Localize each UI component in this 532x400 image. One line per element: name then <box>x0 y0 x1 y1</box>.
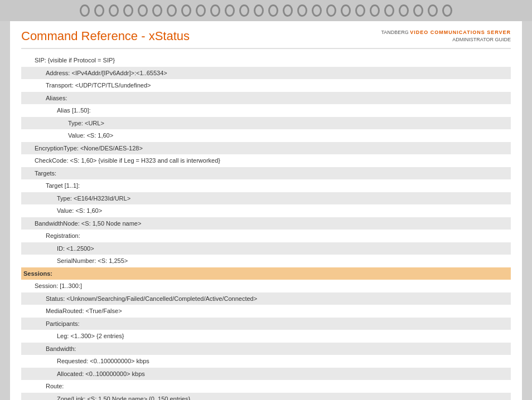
content-row: Type: <E164/H323Id/URL> <box>21 192 511 205</box>
ring <box>355 4 365 17</box>
content-row: Alias [1..50]: <box>21 105 511 116</box>
brand-highlight: VIDEO COMMUNICATIONS SERVER <box>410 30 511 35</box>
content-row: CheckCode: <S: 1,60> {visible if Leg = H… <box>21 155 511 167</box>
content-row: Zone/Link: <S: 1,50 Node name> {0..150 e… <box>21 393 511 401</box>
ring <box>254 4 264 17</box>
content-row: SerialNumber: <S: 1,255> <box>21 255 511 267</box>
ring <box>181 4 191 17</box>
ring <box>312 4 322 17</box>
content-row: Transport: <UDP/TCP/TLS/undefined> <box>21 80 511 91</box>
content-row: Targets: <box>21 167 511 180</box>
content-row: Target [1..1]: <box>21 180 511 192</box>
rings-bar <box>0 0 532 21</box>
ring <box>109 4 119 17</box>
ring <box>210 4 220 17</box>
content-row: Value: <S: 1,60> <box>21 205 511 217</box>
ring <box>196 4 206 17</box>
document-area: Command Reference - xStatus TANDBERG VID… <box>10 21 522 400</box>
brand-block: TANDBERG VIDEO COMMUNICATIONS SERVER ADM… <box>381 29 511 43</box>
brand-tandberg: TANDBERG <box>381 30 408 35</box>
content-row: Status: <Unknown/Searching/Failed/Cancel… <box>21 292 511 305</box>
content-row: Route: <box>21 381 511 392</box>
ring <box>152 4 162 17</box>
ring <box>239 4 249 17</box>
ring <box>225 4 235 17</box>
content-row: Participants: <box>21 318 511 330</box>
content-row: Session: [1..300:] <box>21 280 511 292</box>
content-row: BandwidthNode: <S: 1,50 Node name> <box>21 217 511 230</box>
ring <box>297 4 307 17</box>
content-row: Allocated: <0..100000000> kbps <box>21 368 511 381</box>
ring <box>326 4 336 17</box>
content-row: Requested: <0..100000000> kbps <box>21 355 511 367</box>
ring <box>80 4 90 17</box>
ring <box>167 4 177 17</box>
ring <box>384 4 394 17</box>
content-row: Address: <IPv4Addr/[IPv6Addr]>:<1..65534… <box>21 67 511 80</box>
document-header: Command Reference - xStatus TANDBERG VID… <box>21 29 511 49</box>
content-row: EncryptionType: <None/DES/AES-128> <box>21 142 511 155</box>
content-row: Value: <S: 1,60> <box>21 130 511 142</box>
ring <box>428 4 438 17</box>
ring <box>138 4 148 17</box>
content-row: Type: <URL> <box>21 117 511 130</box>
content-row: Leg: <1..300> {2 entries} <box>21 330 511 342</box>
ring <box>442 4 452 17</box>
content-row: Sessions: <box>21 267 511 280</box>
content-row: Registration: <box>21 230 511 242</box>
ring <box>341 4 351 17</box>
content-row: Aliases: <box>21 92 511 105</box>
ring <box>413 4 423 17</box>
content-row: MediaRouted: <True/False> <box>21 305 511 317</box>
content-area: SIP: {visible if Protocol = SIP}Address:… <box>21 55 511 400</box>
page-title: Command Reference - xStatus <box>21 29 190 43</box>
ring <box>370 4 380 17</box>
content-row: Bandwidth: <box>21 343 511 355</box>
ring <box>399 4 409 17</box>
ring <box>123 4 133 17</box>
ring <box>268 4 278 17</box>
content-row: SIP: {visible if Protocol = SIP} <box>21 55 511 66</box>
content-row: ID: <1..2500> <box>21 242 511 255</box>
ring <box>94 4 104 17</box>
brand-guide: ADMINISTRATOR GUIDE <box>452 37 511 42</box>
ring <box>283 4 293 17</box>
